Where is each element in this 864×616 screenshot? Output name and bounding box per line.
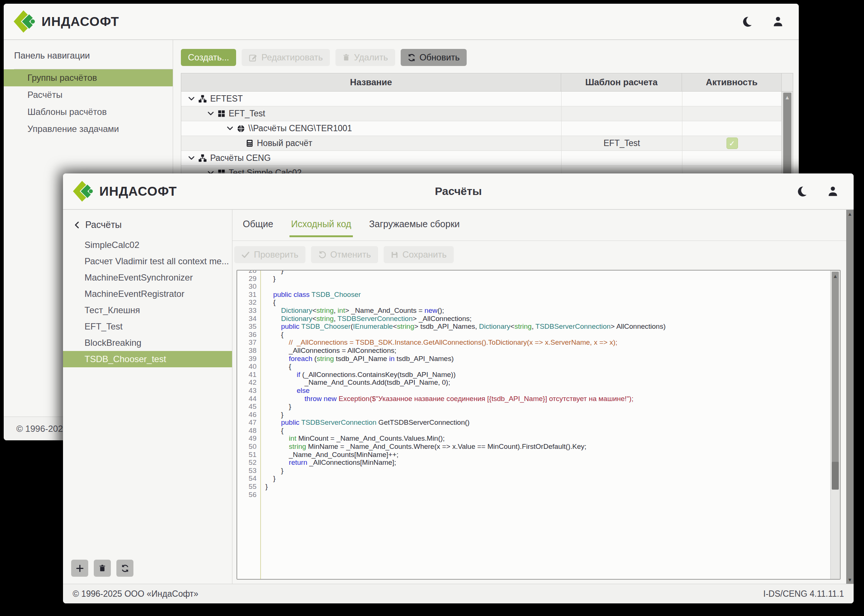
check-icon <box>241 251 250 259</box>
user-icon[interactable] <box>827 185 839 197</box>
code-text: Dictionary<string, int> _Name_And_Counts… <box>261 306 444 315</box>
code-token: else <box>265 387 309 394</box>
code-token: { <box>265 427 284 434</box>
moon-icon[interactable] <box>741 16 753 27</box>
user-icon[interactable] <box>772 16 784 27</box>
code-token: , <box>334 306 338 314</box>
page-title: Расчёты <box>63 173 854 209</box>
sidebar-item[interactable]: Управление задачами <box>4 121 173 138</box>
code-token: public class <box>265 291 311 299</box>
code-line: 52 return _AllConnections[MinName]; <box>237 459 830 467</box>
calc-list-item[interactable]: BlockBreaking <box>63 335 232 351</box>
code-token: } <box>265 402 291 410</box>
row-name: Новый расчёт <box>257 138 313 148</box>
brand-text: ИНДАСОФТ <box>99 184 177 199</box>
add-button[interactable] <box>71 559 88 577</box>
calc-list-item[interactable]: Расчет Vladimir test all context me... <box>63 253 232 269</box>
code-line: 32 { <box>237 299 830 306</box>
code-token: tsdb_API_Name <box>334 355 389 363</box>
calc-list-item[interactable]: SimpleCalc02 <box>63 237 232 253</box>
code-line: 44 throw new Exception($"Указанное назва… <box>237 395 830 403</box>
tab-general[interactable]: Общие <box>241 219 275 237</box>
table-row[interactable]: \\Расчёты CENG\TER1001 <box>181 121 782 136</box>
code-text: int MinCount = _Name_And_Counts.Values.M… <box>261 434 445 443</box>
code-token: < <box>313 306 317 314</box>
back-link[interactable]: Расчёты <box>73 219 232 230</box>
column-header: Шаблон расчета <box>561 73 682 91</box>
scroll-down-icon[interactable]: ▼ <box>846 577 854 583</box>
verify-button: Проверить <box>234 246 305 263</box>
row-template-cell <box>561 91 682 106</box>
code-token: string <box>317 306 334 314</box>
editor-scrollbar[interactable]: ▲ <box>830 270 840 579</box>
calc-list-item[interactable]: Тест_Клешня <box>63 302 232 318</box>
active-checkbox[interactable]: ✓ <box>726 138 738 149</box>
indasoft-logo: ИНДАСОФТ <box>73 181 177 202</box>
line-number: 33 <box>237 306 261 315</box>
moon-icon[interactable] <box>796 185 807 197</box>
row-name: EFT_Test <box>229 108 265 119</box>
code-line: 34 Dictionary<string, TSDBServerConnecti… <box>237 315 830 323</box>
line-number: 29 <box>237 275 261 283</box>
calc-detail-panel: ОбщиеИсходный кодЗагружаемые сборки Пров… <box>232 210 846 584</box>
cancel-button-label: Отменить <box>330 250 371 260</box>
line-number: 56 <box>237 491 261 499</box>
code-line: 43 else <box>237 387 830 395</box>
code-token: MinName = _Name_And_Counts.Where(x => x.… <box>306 443 586 450</box>
indasoft-logo: ИНДАСОФТ <box>13 10 119 33</box>
editor-scrollbar-thumb-end[interactable] <box>832 462 839 490</box>
edit-button: Редактировать <box>242 49 330 66</box>
code-line: 46 } <box>237 411 830 419</box>
save-button-label: Сохранить <box>402 250 447 260</box>
row-template-cell <box>561 106 682 121</box>
globe-icon <box>237 124 245 133</box>
front-window-header: ИНДАСОФТ Расчёты <box>63 173 854 210</box>
calc-list-item[interactable]: MachineEventSynchronizer <box>63 269 232 286</box>
code-line: 47 public TSDBServerConnection GetTSDBSe… <box>237 418 830 427</box>
calc-list-item[interactable]: MachineEventRegistrator <box>63 286 232 302</box>
row-name: EFTEST <box>210 94 243 104</box>
code-line: 29 } <box>237 275 830 283</box>
calc-list-item[interactable]: TSDB_Chooser_test <box>63 351 232 367</box>
brand-text: ИНДАСОФТ <box>41 14 119 29</box>
code-text: } <box>261 482 268 491</box>
line-number: 41 <box>237 371 261 379</box>
table-row[interactable]: EFTEST <box>181 91 782 106</box>
refresh-button[interactable]: Обновить <box>401 49 467 66</box>
sidebar-item[interactable]: Расчёты <box>4 86 173 104</box>
create-button[interactable]: Создать... <box>181 49 236 66</box>
back-link-label: Расчёты <box>85 219 122 230</box>
line-number: 51 <box>237 451 261 459</box>
page-scrollbar[interactable]: ▲ ▼ <box>846 210 854 584</box>
code-token: (_AllConnections.ContainsKey(tsdb_API_Na… <box>302 371 456 379</box>
table-row[interactable]: Расчёты CENG <box>181 151 782 166</box>
calc-list-item[interactable]: EFT_Test <box>63 318 232 335</box>
cancel-button: Отменить <box>311 246 378 263</box>
hierarchy-icon <box>198 154 207 162</box>
code-line: 37 // _AllConnections = TSDB_SDK.Instanc… <box>237 338 830 347</box>
row-name-cell: EFTEST <box>181 91 561 106</box>
table-row[interactable]: EFT_Test <box>181 106 782 121</box>
table-row[interactable]: Новый расчётEFT_Test✓ <box>181 136 782 151</box>
tab-source-code[interactable]: Исходный код <box>289 219 352 237</box>
code-token: string <box>265 443 306 450</box>
line-number: 34 <box>237 315 261 323</box>
code-text: if (_AllConnections.ContainsKey(tsdb_API… <box>261 371 456 379</box>
scroll-up-icon[interactable]: ▲ <box>846 211 854 217</box>
sidebar-item[interactable]: Группы расчётов <box>4 69 173 86</box>
code-line: 39 foreach (string tsdb_API_Name in tsdb… <box>237 355 830 363</box>
source-code-editor[interactable]: 28 }29 }3031 public class TSDB_Chooser32… <box>236 270 840 580</box>
refresh-button[interactable] <box>116 559 134 577</box>
delete-button[interactable] <box>94 559 111 577</box>
calculator-icon <box>246 139 253 147</box>
tab-assemblies[interactable]: Загружаемые сборки <box>368 219 462 237</box>
scrollbar-spacer <box>781 73 793 91</box>
code-text: _Name_And_Counts[MinName]++; <box>261 451 399 459</box>
sidebar-item[interactable]: Шаблоны расчётов <box>4 104 173 121</box>
grid-icon <box>218 110 225 118</box>
scroll-up-icon[interactable]: ▲ <box>833 272 838 463</box>
editor-scrollbar-thumb[interactable]: ▲ <box>832 272 839 463</box>
code-token: string <box>397 322 414 330</box>
code-line: 30 <box>237 283 830 291</box>
code-line: 49 int MinCount = _Name_And_Counts.Value… <box>237 434 830 443</box>
